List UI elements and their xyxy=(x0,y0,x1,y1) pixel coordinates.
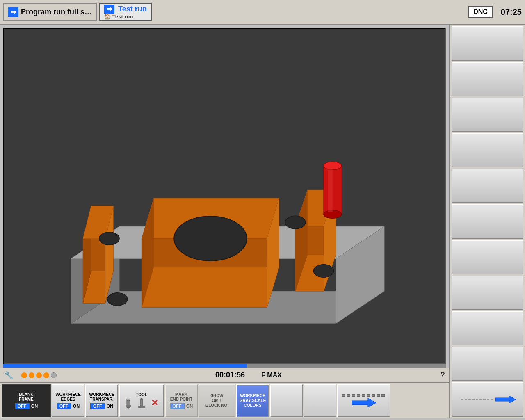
nav-arrow-button[interactable] xyxy=(337,384,390,417)
home-icon: 🏠 xyxy=(104,14,111,20)
blank-frame-label: BLANKFRAME xyxy=(19,392,34,402)
sidebar-btn-4[interactable] xyxy=(452,133,523,167)
svg-point-24 xyxy=(285,216,305,229)
svg-marker-38 xyxy=(495,396,516,403)
active-tab-arrow: ⇒ xyxy=(104,5,114,14)
workpiece-edges-button[interactable]: WORKPIECEEDGES OFF ON xyxy=(52,384,84,417)
svg-point-22 xyxy=(99,232,119,245)
wt-off-label[interactable]: OFF xyxy=(90,403,105,409)
sidebar-btn-10[interactable] xyxy=(452,347,523,381)
svg-point-35 xyxy=(140,399,143,400)
nav-grid-top xyxy=(342,394,386,397)
sidebar-btn-1[interactable] xyxy=(452,26,523,61)
svg-point-31 xyxy=(127,399,130,401)
empty-button-1[interactable] xyxy=(270,384,303,417)
tool-icon-2[interactable] xyxy=(136,397,147,409)
tool-icon-1[interactable] xyxy=(123,397,134,409)
dot-1 xyxy=(21,372,27,378)
dot-3 xyxy=(36,372,42,378)
empty-button-2[interactable] xyxy=(304,384,336,417)
blank-frame-on-label: ON xyxy=(31,404,38,409)
sidebar-arrow-icon xyxy=(495,396,516,403)
sidebar-btn-6[interactable] xyxy=(452,204,523,239)
tool-button[interactable]: TOOL xyxy=(119,384,164,417)
workpiece-grayscale-label: WORKPIECEGRAY-SCALECOLORS xyxy=(240,393,266,408)
status-dots xyxy=(21,372,57,378)
mark-endpoint-label: MARKEND POINT xyxy=(170,392,192,402)
svg-rect-33 xyxy=(126,405,131,407)
workpiece-grayscale-button[interactable]: WORKPIECEGRAY-SCALECOLORS xyxy=(236,384,269,417)
tool-icons: ✕ xyxy=(123,397,160,409)
active-tab[interactable]: ⇒ Test run 🏠 Test run xyxy=(99,3,152,21)
blank-frame-off-label[interactable]: OFF xyxy=(15,403,30,409)
blank-frame-status: OFF ON xyxy=(15,403,38,409)
sidebar-btn-8[interactable] xyxy=(452,276,523,310)
feed-rate: F MAX xyxy=(261,372,282,379)
dot-4 xyxy=(43,372,49,378)
active-tab-subtitle: 🏠 Test run xyxy=(104,14,133,20)
sidebar-btn-11[interactable] xyxy=(452,382,523,417)
progress-bar-fill xyxy=(3,364,247,368)
program-tab-arrow: ⇒ xyxy=(8,7,18,17)
program-tab-label: Program run full s… xyxy=(21,8,92,16)
mark-off-label[interactable]: OFF xyxy=(170,403,185,409)
svg-rect-26 xyxy=(324,166,342,214)
svg-marker-13 xyxy=(142,267,279,308)
svg-rect-29 xyxy=(328,168,333,212)
svg-marker-37 xyxy=(352,398,376,407)
svg-point-16 xyxy=(174,216,247,260)
status-bar: 🔧 00:01:56 F MAX ? xyxy=(0,368,449,382)
help-button[interactable]: ? xyxy=(441,371,445,379)
sidebar-btn-2[interactable] xyxy=(452,62,523,96)
blank-frame-button[interactable]: BLANKFRAME OFF ON xyxy=(2,384,51,417)
clock-display: 07:25 xyxy=(501,7,522,17)
active-tab-title: ⇒ Test run xyxy=(104,5,147,14)
right-sidebar xyxy=(449,25,525,418)
mark-on-label: ON xyxy=(186,404,193,409)
toolbar: BLANKFRAME OFF ON WORKPIECEEDGES OFF ON … xyxy=(0,382,449,418)
program-tab[interactable]: ⇒ Program run full s… xyxy=(3,3,97,21)
svg-point-25 xyxy=(313,265,333,278)
svg-rect-36 xyxy=(138,406,145,408)
we-on-label: ON xyxy=(73,404,80,409)
we-off-label[interactable]: OFF xyxy=(57,403,71,409)
sidebar-btn-9[interactable] xyxy=(452,311,523,346)
workpiece-transpar-status: OFF ON xyxy=(90,403,114,409)
sidebar-btn-5[interactable] xyxy=(452,169,523,203)
3d-viewport[interactable] xyxy=(3,28,446,364)
show-omit-button[interactable]: SHOWOMITBLOCK NO. xyxy=(199,384,235,417)
settings-icon[interactable]: 🔧 xyxy=(4,371,13,380)
workpiece-transpar-button[interactable]: WORKPIECETRANSPAR. OFF ON xyxy=(85,384,118,417)
sidebar-grid xyxy=(459,397,495,402)
blue-arrow-icon xyxy=(352,398,376,407)
workpiece-edges-status: OFF ON xyxy=(57,403,80,409)
workpiece-edges-label: WORKPIECEEDGES xyxy=(55,392,81,402)
tool-icon-x[interactable]: ✕ xyxy=(149,397,160,409)
tool-label: TOOL xyxy=(136,393,147,397)
progress-bar-container xyxy=(3,364,446,368)
svg-point-23 xyxy=(107,293,127,306)
mark-endpoint-button[interactable]: MARKEND POINT OFF ON xyxy=(165,384,198,417)
wt-on-label: ON xyxy=(107,404,114,409)
show-omit-label: SHOWOMITBLOCK NO. xyxy=(205,393,228,408)
sidebar-btn-7[interactable] xyxy=(452,240,523,274)
sidebar-btn-3[interactable] xyxy=(452,98,523,132)
workpiece-transpar-label: WORKPIECETRANSPAR. xyxy=(89,392,114,402)
dot-5 xyxy=(51,372,57,378)
dot-2 xyxy=(29,372,34,378)
mark-endpoint-status: OFF ON xyxy=(170,403,193,409)
elapsed-time: 00:01:56 xyxy=(215,371,245,379)
dnc-badge[interactable]: DNC xyxy=(468,6,493,18)
